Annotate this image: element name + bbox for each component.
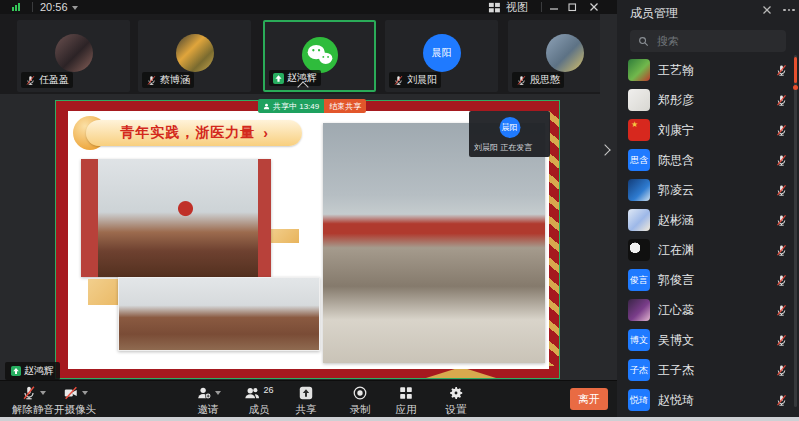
apps-button[interactable]: 应用	[378, 384, 434, 417]
avatar: 晨阳	[423, 34, 461, 72]
slide-title: 青年实践，浙医力量	[120, 124, 255, 142]
mic-muted-icon	[775, 184, 788, 197]
record-label: 录制	[350, 403, 371, 417]
participant-name: 刘晨阳	[407, 73, 437, 87]
video-thumbnail[interactable]: 殷思憨	[508, 20, 600, 92]
meeting-room-photo	[81, 159, 271, 277]
invite-icon	[196, 385, 212, 401]
member-name: 郭凌云	[658, 182, 694, 199]
close-icon[interactable]	[586, 0, 602, 14]
avatar	[546, 34, 584, 72]
speaker-caption: 刘晨阳 正在发言	[474, 142, 532, 153]
mic-muted-icon	[25, 75, 36, 86]
member-row[interactable]: 江在渊	[617, 235, 799, 265]
mic-muted-icon	[775, 364, 788, 377]
sharing-status-bar: 共享中 13:49 结束共享	[258, 99, 366, 113]
member-row[interactable]: 刘康宁	[617, 115, 799, 145]
scrollbar-thumb[interactable]	[794, 57, 797, 83]
chevron-down-icon[interactable]	[40, 391, 46, 395]
divider	[32, 2, 33, 12]
participant-name: 蔡博涵	[160, 73, 190, 87]
mic-muted-icon	[146, 75, 157, 86]
member-name: 刘康宁	[658, 122, 694, 139]
video-thumbnail[interactable]: 任盈盈	[17, 20, 130, 92]
avatar	[628, 59, 650, 81]
avatar	[628, 239, 650, 261]
leave-button[interactable]: 离开	[570, 388, 608, 410]
view-button[interactable]: 视图	[488, 0, 528, 14]
avatar: 俊言	[628, 269, 650, 291]
share-label: 共享	[296, 403, 317, 417]
record-icon	[352, 385, 368, 401]
chevron-down-icon[interactable]	[72, 6, 78, 10]
settings-label: 设置	[446, 403, 467, 417]
mic-muted-icon	[775, 244, 788, 257]
member-row[interactable]: 子杰 王子杰	[617, 355, 799, 385]
member-row[interactable]: 博文 吴博文	[617, 325, 799, 355]
gold-square-decor	[269, 229, 299, 243]
avatar: 子杰	[628, 359, 650, 381]
end-share-button[interactable]: 结束共享	[324, 99, 366, 113]
chevron-down-icon[interactable]	[215, 391, 221, 395]
more-options-icon[interactable]	[780, 1, 798, 19]
avatar: 博文	[628, 329, 650, 351]
wechat-avatar	[301, 36, 339, 74]
presenter-name: 赵鸿辉	[24, 364, 54, 378]
apps-label: 应用	[396, 403, 417, 417]
member-row[interactable]: 江心蕊	[617, 295, 799, 325]
member-row[interactable]: 思含 陈思含	[617, 145, 799, 175]
camera-button[interactable]: 开摄像头	[47, 384, 103, 417]
avatar	[628, 179, 650, 201]
member-row[interactable]: 悦琦 赵悦琦	[617, 385, 799, 415]
member-row[interactable]: 王艺翰	[617, 55, 799, 85]
member-row[interactable]: 郑彤彦	[617, 85, 799, 115]
member-name: 郑彤彦	[658, 92, 694, 109]
settings-button[interactable]: 设置	[428, 384, 484, 417]
banner-arrow-icon: ›	[263, 125, 268, 141]
mic-muted-icon	[775, 394, 788, 407]
invite-button[interactable]: 邀请	[180, 384, 236, 417]
group-photo	[323, 123, 545, 363]
mic-muted-icon	[775, 274, 788, 287]
member-name: 江在渊	[658, 242, 694, 259]
maximize-button[interactable]	[564, 0, 580, 14]
video-thumbnail[interactable]: 蔡博涵	[138, 20, 251, 92]
meeting-window: 20:56 视图 任盈盈	[0, 0, 799, 421]
close-icon[interactable]	[758, 1, 776, 19]
share-button[interactable]: 共享	[278, 384, 334, 417]
video-thumbnail[interactable]: 晨阳 刘晨阳	[385, 20, 498, 92]
mic-muted-icon	[775, 124, 788, 137]
search-box[interactable]	[630, 30, 786, 52]
mic-muted-icon	[775, 64, 788, 77]
member-row[interactable]: 赵彬涵	[617, 205, 799, 235]
camera-off-icon	[63, 385, 79, 401]
participant-name: 殷思憨	[530, 73, 560, 87]
scrollbar-thumb-dot	[793, 85, 798, 90]
member-name: 江心蕊	[658, 302, 694, 319]
signal-icon	[12, 3, 20, 11]
apps-grid-icon	[398, 385, 414, 401]
member-row[interactable]: 郭凌云	[617, 175, 799, 205]
mic-muted-icon	[393, 75, 404, 86]
shared-screen-area: 青年实践，浙医力量 › 共享中 13:49 结束共享 晨	[0, 94, 617, 380]
member-row[interactable]: 俊言 郭俊言	[617, 265, 799, 295]
speaker-pip[interactable]: 晨阳 刘晨阳 正在发言	[469, 111, 550, 157]
scrollbar-track[interactable]	[794, 55, 797, 407]
chevron-down-icon[interactable]	[82, 391, 88, 395]
leave-label: 离开	[578, 392, 600, 407]
mic-muted-icon	[775, 94, 788, 107]
search-input[interactable]	[655, 34, 778, 48]
speaker-avatar: 晨阳	[499, 117, 520, 138]
expand-sidebar-icon[interactable]	[599, 144, 610, 155]
share-screen-icon	[298, 385, 314, 401]
minimize-button[interactable]	[546, 0, 562, 14]
bottom-toolbar: 解除静音 开摄像头	[0, 380, 617, 417]
member-name: 赵悦琦	[658, 392, 694, 409]
video-thumbnail-strip: 任盈盈 蔡博涵 赵鸿辉	[0, 14, 600, 94]
video-thumbnail-active-sharer[interactable]: 赵鸿辉	[263, 20, 376, 92]
member-name: 陈思含	[658, 152, 694, 169]
sharing-status-text: 共享中 13:49	[273, 101, 319, 112]
panel-title: 成员管理	[630, 5, 678, 22]
top-bar: 20:56 视图	[0, 0, 617, 14]
participant-name: 任盈盈	[39, 73, 69, 87]
